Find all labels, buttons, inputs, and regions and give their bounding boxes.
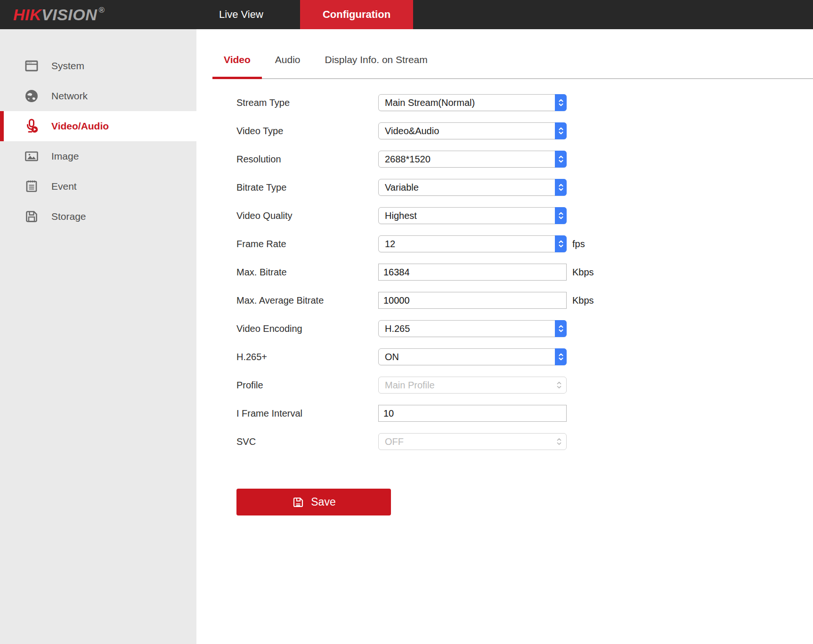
form-row-i-frame-interval: I Frame Interval bbox=[236, 399, 813, 427]
field-label: Resolution bbox=[236, 154, 378, 165]
select-arrows-icon bbox=[555, 235, 567, 252]
globe-icon bbox=[24, 88, 40, 104]
select-arrows-icon bbox=[555, 207, 567, 224]
stream-type-select[interactable]: Main Stream(Normal) bbox=[378, 94, 567, 111]
sidebar-item-label: Image bbox=[51, 151, 79, 162]
form-row-svc: SVC OFF bbox=[236, 427, 813, 456]
unit-label: Kbps bbox=[572, 295, 594, 306]
max-bitrate-input[interactable] bbox=[378, 264, 567, 281]
form-row-video-quality: Video Quality Highest bbox=[236, 201, 813, 230]
frame-rate-select[interactable]: 12 bbox=[378, 235, 567, 252]
resolution-select[interactable]: 2688*1520 bbox=[378, 151, 567, 168]
nav-configuration[interactable]: Configuration bbox=[300, 0, 413, 29]
main-content: Video Audio Display Info. on Stream Stre… bbox=[196, 29, 813, 644]
form-row-stream-type: Stream Type Main Stream(Normal) bbox=[236, 89, 813, 117]
form-row-frame-rate: Frame Rate 12 fps bbox=[236, 230, 813, 258]
form-row-resolution: Resolution 2688*1520 bbox=[236, 145, 813, 173]
select-value: OFF bbox=[379, 436, 566, 447]
video-settings-form: Stream Type Main Stream(Normal) Video Ty… bbox=[196, 79, 813, 456]
field-label: SVC bbox=[236, 436, 378, 447]
sidebar-item-image[interactable]: Image bbox=[0, 141, 196, 171]
sidebar-item-storage[interactable]: Storage bbox=[0, 201, 196, 232]
field-label: Max. Average Bitrate bbox=[236, 295, 378, 306]
field-label: Video Quality bbox=[236, 210, 378, 221]
svc-select: OFF bbox=[378, 433, 567, 450]
tab-video[interactable]: Video bbox=[212, 48, 262, 78]
sidebar-item-label: System bbox=[51, 60, 84, 72]
select-value: Main Stream(Normal) bbox=[379, 97, 566, 108]
select-arrows-icon bbox=[555, 179, 567, 196]
form-row-profile: Profile Main Profile bbox=[236, 371, 813, 399]
sidebar-item-system[interactable]: System bbox=[0, 51, 196, 81]
form-row-max-bitrate: Max. Bitrate Kbps bbox=[236, 258, 813, 286]
field-label: I Frame Interval bbox=[236, 408, 378, 419]
sidebar-item-label: Network bbox=[51, 90, 88, 102]
h265plus-select[interactable]: ON bbox=[378, 348, 567, 365]
select-value: Variable bbox=[379, 182, 566, 193]
logo-vision-text: VISION bbox=[41, 6, 97, 24]
system-window-icon bbox=[24, 58, 40, 74]
select-value: 12 bbox=[379, 239, 566, 250]
field-label: Max. Bitrate bbox=[236, 267, 378, 278]
sidebar-item-label: Event bbox=[51, 181, 77, 192]
tab-display-info-on-stream[interactable]: Display Info. on Stream bbox=[314, 48, 439, 78]
video-type-select[interactable]: Video&Audio bbox=[378, 122, 567, 139]
unit-label: Kbps bbox=[572, 267, 594, 278]
select-value: 2688*1520 bbox=[379, 154, 566, 165]
field-label: Profile bbox=[236, 380, 378, 391]
picture-icon bbox=[24, 148, 40, 164]
save-button[interactable]: Save bbox=[236, 489, 391, 515]
select-arrows-icon bbox=[555, 94, 567, 111]
max-average-bitrate-input[interactable] bbox=[378, 292, 567, 309]
save-button-label: Save bbox=[311, 496, 335, 508]
field-label: Video Encoding bbox=[236, 323, 378, 334]
hikvision-logo: HIKVISION® bbox=[13, 0, 105, 29]
unit-label: fps bbox=[572, 239, 585, 250]
select-arrows-icon bbox=[552, 434, 566, 450]
top-header-bar: HIKVISION® Live View Configuration bbox=[0, 0, 813, 29]
select-value: Highest bbox=[379, 210, 566, 221]
profile-select: Main Profile bbox=[378, 377, 567, 394]
form-row-video-encoding: Video Encoding H.265 bbox=[236, 314, 813, 343]
form-row-max-average-bitrate: Max. Average Bitrate Kbps bbox=[236, 286, 813, 314]
nav-live-view[interactable]: Live View bbox=[192, 0, 291, 29]
field-label: Stream Type bbox=[236, 97, 378, 108]
tab-audio[interactable]: Audio bbox=[264, 48, 312, 78]
select-arrows-icon bbox=[555, 151, 567, 168]
stream-tabs: Video Audio Display Info. on Stream bbox=[212, 29, 813, 79]
bitrate-type-select[interactable]: Variable bbox=[378, 179, 567, 196]
form-row-h265plus: H.265+ ON bbox=[236, 343, 813, 371]
sidebar-item-event[interactable]: Event bbox=[0, 171, 196, 201]
select-value: Main Profile bbox=[379, 380, 566, 391]
select-value: Video&Audio bbox=[379, 126, 566, 137]
field-label: Frame Rate bbox=[236, 239, 378, 250]
select-arrows-icon bbox=[555, 122, 567, 139]
sidebar-item-video-audio[interactable]: Video/Audio bbox=[0, 111, 196, 141]
save-floppy-icon bbox=[292, 496, 305, 509]
field-label: H.265+ bbox=[236, 352, 378, 362]
field-label: Video Type bbox=[236, 126, 378, 137]
logo-hik-text: HIK bbox=[13, 6, 41, 24]
sidebar-menu: System Network Video/Audio bbox=[0, 29, 196, 644]
sidebar-item-network[interactable]: Network bbox=[0, 81, 196, 111]
video-quality-select[interactable]: Highest bbox=[378, 207, 567, 224]
select-arrows-icon bbox=[555, 320, 567, 337]
select-value: ON bbox=[379, 352, 566, 362]
select-arrows-icon bbox=[552, 377, 566, 393]
i-frame-interval-input[interactable] bbox=[378, 405, 567, 422]
sidebar-item-label: Video/Audio bbox=[51, 121, 109, 132]
storage-floppy-icon bbox=[24, 209, 40, 225]
sidebar-item-label: Storage bbox=[51, 211, 86, 222]
event-notepad-icon bbox=[24, 178, 40, 194]
field-label: Bitrate Type bbox=[236, 182, 378, 193]
select-arrows-icon bbox=[555, 348, 567, 365]
mic-video-icon bbox=[24, 118, 40, 134]
video-encoding-select[interactable]: H.265 bbox=[378, 320, 567, 337]
select-value: H.265 bbox=[379, 323, 566, 334]
form-row-bitrate-type: Bitrate Type Variable bbox=[236, 173, 813, 201]
registered-mark-icon: ® bbox=[98, 6, 105, 15]
form-row-video-type: Video Type Video&Audio bbox=[236, 117, 813, 145]
